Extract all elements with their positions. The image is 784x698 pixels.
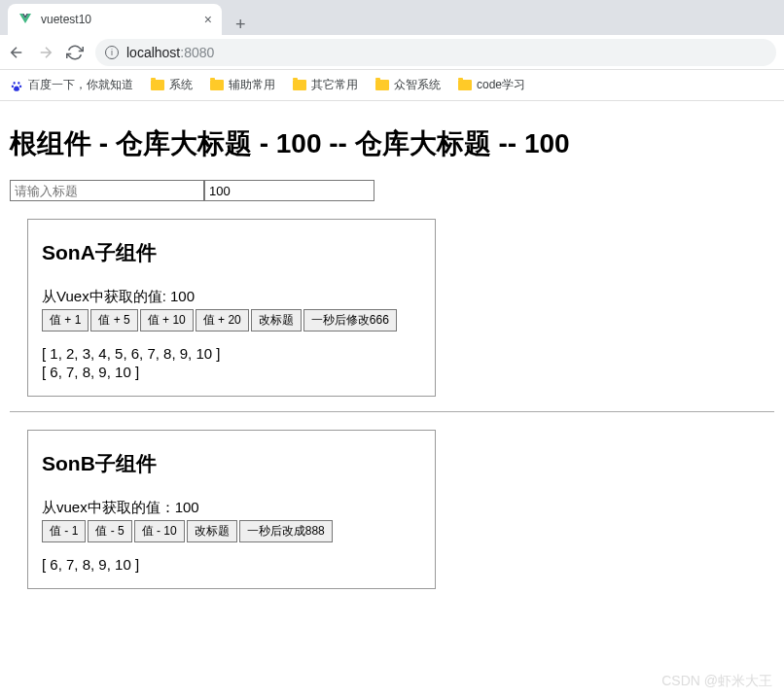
son-b-array-1: [ 6, 7, 8, 9, 10 ] bbox=[42, 556, 421, 573]
page-content: 根组件 - 仓库大标题 - 100 -- 仓库大标题 -- 100 SonA子组… bbox=[0, 101, 784, 613]
folder-icon bbox=[458, 80, 472, 90]
change-title-button-a[interactable]: 改标题 bbox=[251, 309, 302, 332]
reload-button[interactable] bbox=[66, 44, 84, 61]
folder-icon bbox=[151, 80, 164, 90]
info-icon[interactable]: i bbox=[105, 46, 119, 59]
plus-20-button[interactable]: 值 + 20 bbox=[196, 309, 249, 332]
bookmark-label: 其它常用 bbox=[311, 77, 358, 93]
watermark: CSDN @虾米大王 bbox=[661, 673, 772, 690]
url-port: :8080 bbox=[180, 45, 214, 60]
url-bar[interactable]: i localhost:8080 bbox=[95, 39, 776, 66]
bookmarks-bar: 百度一下，你就知道 系统 辅助常用 其它常用 众智系统 code学习 bbox=[0, 70, 784, 101]
son-a-array-1: [ 1, 2, 3, 4, 5, 6, 7, 8, 9, 10 ] bbox=[42, 345, 421, 362]
son-a-buttons: 值 + 1 值 + 5 值 + 10 值 + 20 改标题 一秒后修改666 bbox=[42, 309, 421, 332]
page-title: 根组件 - 仓库大标题 - 100 -- 仓库大标题 -- 100 bbox=[10, 125, 774, 162]
son-b-title: SonB子组件 bbox=[42, 450, 421, 477]
title-input[interactable] bbox=[10, 180, 204, 201]
bookmark-label: 系统 bbox=[169, 77, 193, 93]
folder-icon bbox=[210, 80, 224, 90]
tab-bar: vuetest10 × + bbox=[0, 0, 784, 35]
browser-chrome: vuetest10 × + i localhost:8080 百度一下，你就知道 bbox=[0, 0, 784, 101]
bookmark-label: 辅助常用 bbox=[229, 77, 275, 93]
plus-1-button[interactable]: 值 + 1 bbox=[42, 309, 89, 332]
son-a-title: SonA子组件 bbox=[42, 239, 421, 266]
son-a-info: 从Vuex中获取的值: 100 bbox=[42, 288, 421, 306]
bookmark-folder-4[interactable]: code学习 bbox=[458, 77, 525, 93]
delayed-888-button[interactable]: 一秒后改成888 bbox=[239, 520, 333, 542]
inputs-row bbox=[10, 180, 774, 201]
bookmark-folder-2[interactable]: 其它常用 bbox=[293, 77, 358, 93]
minus-5-button[interactable]: 值 - 5 bbox=[88, 520, 131, 542]
plus-10-button[interactable]: 值 + 10 bbox=[140, 309, 194, 332]
bookmark-folder-1[interactable]: 辅助常用 bbox=[210, 77, 275, 93]
forward-button[interactable] bbox=[37, 44, 54, 61]
tab-title: vuetest10 bbox=[41, 13, 196, 26]
browser-tab[interactable]: vuetest10 × bbox=[8, 4, 222, 35]
delayed-666-button[interactable]: 一秒后修改666 bbox=[303, 309, 397, 332]
minus-10-button[interactable]: 值 - 10 bbox=[134, 520, 185, 542]
close-icon[interactable]: × bbox=[204, 12, 212, 27]
bookmark-label: code学习 bbox=[477, 77, 525, 93]
bookmark-label: 众智系统 bbox=[394, 77, 441, 93]
bookmark-baidu[interactable]: 百度一下，你就知道 bbox=[10, 77, 133, 93]
vue-favicon bbox=[18, 12, 33, 27]
son-a-component: SonA子组件 从Vuex中获取的值: 100 值 + 1 值 + 5 值 + … bbox=[27, 219, 436, 397]
url-host: localhost bbox=[126, 45, 180, 60]
folder-icon bbox=[375, 80, 389, 90]
new-tab-button[interactable]: + bbox=[230, 15, 252, 35]
bookmark-folder-3[interactable]: 众智系统 bbox=[375, 77, 441, 93]
son-a-array-2: [ 6, 7, 8, 9, 10 ] bbox=[42, 364, 421, 380]
divider bbox=[10, 411, 774, 412]
url-text: localhost:8080 bbox=[126, 45, 214, 60]
change-title-button-b[interactable]: 改标题 bbox=[187, 520, 237, 542]
minus-1-button[interactable]: 值 - 1 bbox=[42, 520, 86, 542]
son-b-buttons: 值 - 1 值 - 5 值 - 10 改标题 一秒后改成888 bbox=[42, 520, 421, 542]
baidu-icon bbox=[10, 79, 23, 92]
plus-5-button[interactable]: 值 + 5 bbox=[90, 309, 137, 332]
back-button[interactable] bbox=[8, 44, 25, 61]
bookmark-folder-0[interactable]: 系统 bbox=[151, 77, 193, 93]
son-b-component: SonB子组件 从vuex中获取的值：100 值 - 1 值 - 5 值 - 1… bbox=[27, 430, 436, 589]
value-input[interactable] bbox=[204, 180, 374, 201]
folder-icon bbox=[293, 80, 306, 90]
browser-toolbar: i localhost:8080 bbox=[0, 35, 784, 70]
son-b-info: 从vuex中获取的值：100 bbox=[42, 499, 421, 517]
bookmark-label: 百度一下，你就知道 bbox=[28, 77, 133, 93]
